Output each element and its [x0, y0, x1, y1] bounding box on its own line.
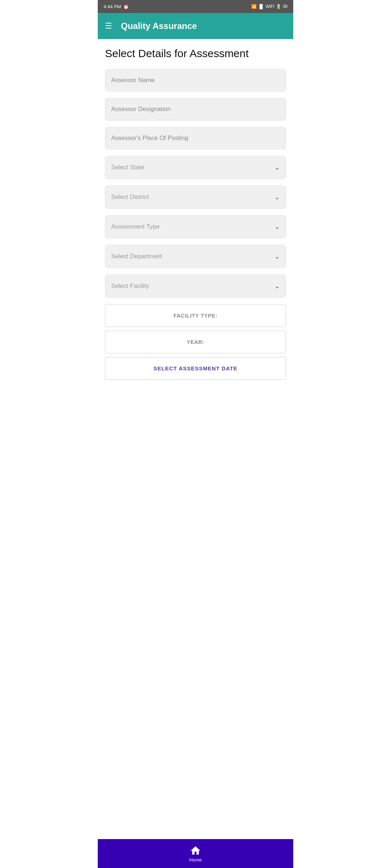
assessment-type-label: Assessment Type	[111, 223, 160, 230]
assessment-type-dropdown[interactable]: Assessment Type ⌄	[105, 215, 286, 238]
page-title: Select Details for Assessment	[105, 46, 286, 60]
select-department-chevron-icon: ⌄	[274, 252, 280, 260]
status-bar: 4:44 PM ⏰ 📶 ▐▌ WiFi 🔋 39	[98, 0, 293, 13]
select-date-label: SELECT ASSESSMENT DATE	[154, 365, 237, 371]
assessment-type-chevron-icon: ⌄	[274, 223, 280, 231]
select-state-dropdown[interactable]: Select State ⌄	[105, 156, 286, 179]
status-right: 📶 ▐▌ WiFi 🔋 39	[251, 4, 287, 9]
bluetooth-icon: 📶	[251, 4, 257, 9]
select-state-label: Select State	[111, 164, 144, 171]
battery-icon: 🔋	[276, 4, 281, 9]
battery-level: 39	[283, 4, 287, 9]
alarm-icon: ⏰	[123, 4, 129, 9]
assessor-designation-input[interactable]	[105, 98, 286, 120]
facility-type-box: FACILITY TYPE:	[105, 304, 286, 327]
app-bar-title: Quality Assurance	[121, 21, 197, 31]
year-box: YEAR:	[105, 331, 286, 353]
select-district-label: Select District	[111, 193, 149, 201]
select-assessment-date-button[interactable]: SELECT ASSESSMENT DATE	[105, 357, 286, 380]
select-district-dropdown[interactable]: Select District ⌄	[105, 186, 286, 209]
assessor-place-input[interactable]	[105, 127, 286, 149]
select-district-chevron-icon: ⌄	[274, 193, 280, 201]
year-label: YEAR:	[186, 339, 204, 345]
signal-icon: ▐▌	[258, 4, 264, 9]
main-content: Select Details for Assessment Select Sta…	[98, 39, 293, 420]
status-left: 4:44 PM ⏰	[104, 4, 129, 9]
time-display: 4:44 PM	[104, 4, 121, 9]
facility-type-label: FACILITY TYPE:	[173, 312, 218, 319]
menu-icon[interactable]: ☰	[105, 22, 112, 30]
app-bar: ☰ Quality Assurance	[98, 13, 293, 39]
select-state-chevron-icon: ⌄	[274, 163, 280, 171]
select-department-dropdown[interactable]: Select Department ⌄	[105, 245, 286, 268]
assessor-name-input[interactable]	[105, 69, 286, 92]
select-facility-label: Select Facility	[111, 282, 149, 290]
select-facility-dropdown[interactable]: Select Facility ⌄	[105, 275, 286, 298]
select-facility-chevron-icon: ⌄	[274, 282, 280, 290]
wifi-icon: WiFi	[266, 4, 274, 9]
select-department-label: Select Department	[111, 253, 162, 260]
